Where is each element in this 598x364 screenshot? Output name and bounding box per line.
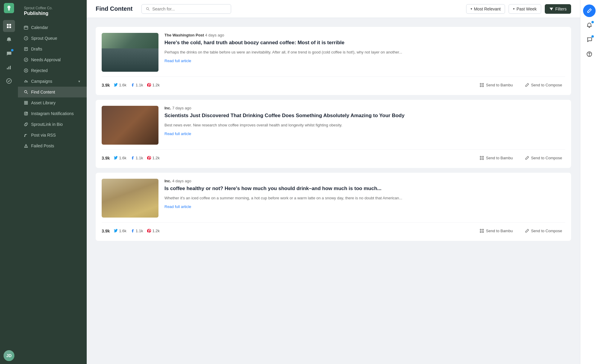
card-top-2: Inc. 7 days ago Scientists Just Discover… bbox=[102, 106, 565, 145]
read-full-article-2[interactable]: Read full article bbox=[164, 131, 191, 136]
approval-icon bbox=[24, 58, 28, 62]
card-top-1: The Washington Post 4 days ago Here's th… bbox=[102, 33, 565, 72]
read-full-article-1[interactable]: Read full article bbox=[164, 59, 191, 63]
sidebar-item-post-via-rss[interactable]: Post via RSS bbox=[18, 130, 87, 140]
tasks-rail-icon[interactable] bbox=[3, 75, 15, 87]
publishing-icon[interactable] bbox=[3, 20, 15, 32]
drafts-icon bbox=[24, 47, 28, 51]
main-area: Find Content ▾ Most Relevant ▾ Past Week… bbox=[87, 0, 580, 364]
svg-point-20 bbox=[27, 113, 27, 113]
send-to-compose-label-1: Send to Compose bbox=[531, 83, 562, 87]
sidebar-item-drafts[interactable]: Drafts bbox=[18, 44, 87, 54]
failed-icon bbox=[24, 144, 28, 148]
queue-icon bbox=[24, 36, 28, 40]
sidebar-item-campaigns[interactable]: Campaigns ▼ bbox=[18, 76, 87, 87]
filters-button[interactable]: Filters bbox=[545, 4, 571, 14]
feedback-icon[interactable] bbox=[583, 34, 595, 46]
feedback-badge bbox=[591, 35, 594, 38]
sidebar-item-needs-approval[interactable]: Needs Approval bbox=[18, 54, 87, 65]
sidebar-label-campaigns: Campaigns bbox=[31, 79, 52, 84]
sidebar-item-asset-library[interactable]: Asset Library bbox=[18, 97, 87, 108]
sidebar-item-calendar[interactable]: Calendar bbox=[18, 22, 87, 33]
sidebar-item-instagram-notifications[interactable]: Instagram Notifications bbox=[18, 108, 87, 119]
messages-rail-icon[interactable] bbox=[3, 48, 15, 59]
notifications-rail-icon[interactable] bbox=[3, 34, 15, 46]
send-to-bambu-button-2[interactable]: Send to Bambu bbox=[477, 154, 516, 162]
sidebar-item-sproutlink[interactable]: SproutLink in Bio bbox=[18, 119, 87, 130]
app-logo[interactable] bbox=[4, 3, 14, 13]
twitter-icon bbox=[114, 156, 118, 160]
svg-rect-4 bbox=[7, 68, 8, 69]
send-to-bambu-button-3[interactable]: Send to Bambu bbox=[477, 227, 516, 235]
stat-pinterest-1: 1.2k bbox=[147, 83, 160, 87]
notifications-icon[interactable] bbox=[583, 19, 595, 31]
bambu-icon bbox=[480, 156, 484, 160]
read-full-article-3[interactable]: Read full article bbox=[164, 204, 191, 209]
send-to-bambu-label-1: Send to Bambu bbox=[486, 83, 513, 87]
svg-rect-10 bbox=[25, 48, 28, 51]
sidebar-label-sproutlink: SproutLink in Bio bbox=[31, 122, 63, 127]
send-to-compose-button-3[interactable]: Send to Compose bbox=[522, 227, 565, 235]
past-week-label: Past Week bbox=[516, 7, 536, 11]
send-to-bambu-label-3: Send to Bambu bbox=[486, 229, 513, 233]
company-name: Sprout Coffee Co. bbox=[24, 6, 81, 10]
send-to-compose-button-2[interactable]: Send to Compose bbox=[522, 154, 565, 162]
card-stats-2: 3.9k 1.6k 1.1k 1.2k bbox=[102, 156, 477, 160]
search-container bbox=[141, 4, 231, 14]
article-title-1: Here's the cold, hard truth about boozy … bbox=[164, 39, 565, 46]
analytics-rail-icon[interactable] bbox=[3, 61, 15, 73]
article-source-3: Inc. 4 days ago bbox=[164, 179, 565, 183]
send-to-compose-button-1[interactable]: Send to Compose bbox=[522, 81, 565, 89]
stat-total-3: 3.9k bbox=[102, 229, 110, 233]
compose-button[interactable] bbox=[583, 4, 596, 17]
compose-pencil-icon bbox=[587, 8, 592, 13]
stat-pinterest-3: 1.2k bbox=[147, 229, 160, 233]
card-footer-1: 3.9k 1.6k 1.1k 1.2k bbox=[102, 77, 565, 89]
search-input[interactable] bbox=[152, 7, 227, 11]
card-footer-2: 3.9k 1.6k 1.1k 1.2k bbox=[102, 149, 565, 162]
brand-section: Sprout Coffee Co. Publishing bbox=[18, 4, 87, 22]
instagram-icon bbox=[24, 111, 28, 116]
card-body-2: Inc. 7 days ago Scientists Just Discover… bbox=[164, 106, 565, 145]
svg-point-21 bbox=[25, 136, 25, 137]
sidebar-item-rejected[interactable]: Rejected bbox=[18, 65, 87, 76]
most-relevant-button[interactable]: ▾ Most Relevant bbox=[466, 4, 505, 14]
page-header: Find Content ▾ Most Relevant ▾ Past Week… bbox=[87, 0, 580, 18]
article-card: Inc. 4 days ago Is coffee healthy or not… bbox=[96, 173, 571, 241]
article-excerpt-2: Best news ever. New research show coffee… bbox=[164, 122, 565, 128]
article-card: The Washington Post 4 days ago Here's th… bbox=[96, 27, 571, 95]
user-avatar[interactable]: JD bbox=[4, 350, 14, 361]
bell-icon bbox=[587, 23, 592, 28]
sidebar-item-find-content[interactable]: Find Content bbox=[18, 87, 87, 97]
article-title-3: Is coffee healthy or not? Here's how muc… bbox=[164, 185, 565, 192]
send-to-compose-label-3: Send to Compose bbox=[531, 229, 562, 233]
compose-icon bbox=[525, 156, 529, 160]
card-body-1: The Washington Post 4 days ago Here's th… bbox=[164, 33, 565, 72]
svg-rect-30 bbox=[483, 158, 484, 160]
app-name: Publishing bbox=[24, 11, 81, 16]
chevron-down-icon: ▼ bbox=[78, 80, 81, 83]
svg-point-13 bbox=[25, 91, 27, 93]
sidebar-item-sprout-queue[interactable]: Sprout Queue bbox=[18, 33, 87, 44]
compose-icon bbox=[525, 83, 529, 87]
svg-rect-25 bbox=[480, 85, 481, 87]
svg-rect-32 bbox=[483, 229, 484, 230]
send-to-bambu-button-1[interactable]: Send to Bambu bbox=[477, 81, 516, 89]
past-week-button[interactable]: ▾ Past Week bbox=[509, 4, 541, 14]
article-image-2 bbox=[102, 106, 158, 145]
svg-rect-24 bbox=[483, 83, 484, 85]
asset-library-icon bbox=[24, 101, 28, 105]
help-icon[interactable] bbox=[583, 48, 595, 60]
card-body-3: Inc. 4 days ago Is coffee healthy or not… bbox=[164, 179, 565, 218]
card-stats-1: 3.9k 1.6k 1.1k 1.2k bbox=[102, 83, 477, 88]
svg-rect-5 bbox=[8, 67, 9, 69]
svg-rect-31 bbox=[480, 229, 481, 230]
card-stats-3: 3.9k 1.6k 1.1k 1.2k bbox=[102, 229, 477, 233]
sidebar-item-failed-posts[interactable]: Failed Posts bbox=[18, 140, 87, 151]
article-image-1 bbox=[102, 33, 158, 72]
svg-rect-14 bbox=[25, 101, 26, 103]
sidebar-label-post-via-rss: Post via RSS bbox=[31, 133, 56, 137]
stat-total-2: 3.9k bbox=[102, 156, 110, 160]
card-actions-2: Send to Bambu Send to Compose bbox=[477, 154, 565, 162]
facebook-icon bbox=[131, 156, 135, 160]
